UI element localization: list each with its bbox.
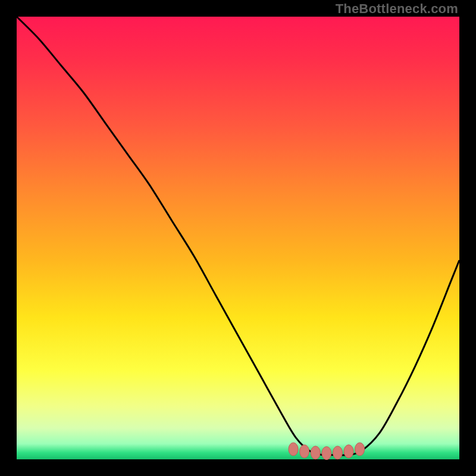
marker-dot: [344, 445, 353, 458]
bottleneck-curve: [17, 17, 459, 455]
chart-svg: [17, 17, 459, 459]
marker-dot: [322, 447, 331, 460]
marker-dot: [300, 445, 309, 458]
chart-container: TheBottleneck.com: [0, 0, 476, 476]
marker-dot: [289, 443, 298, 456]
flat-bottom-markers: [289, 443, 365, 460]
marker-dot: [333, 446, 342, 459]
marker-dot: [311, 446, 320, 459]
watermark-text: TheBottleneck.com: [336, 1, 458, 17]
marker-dot: [355, 443, 365, 456]
